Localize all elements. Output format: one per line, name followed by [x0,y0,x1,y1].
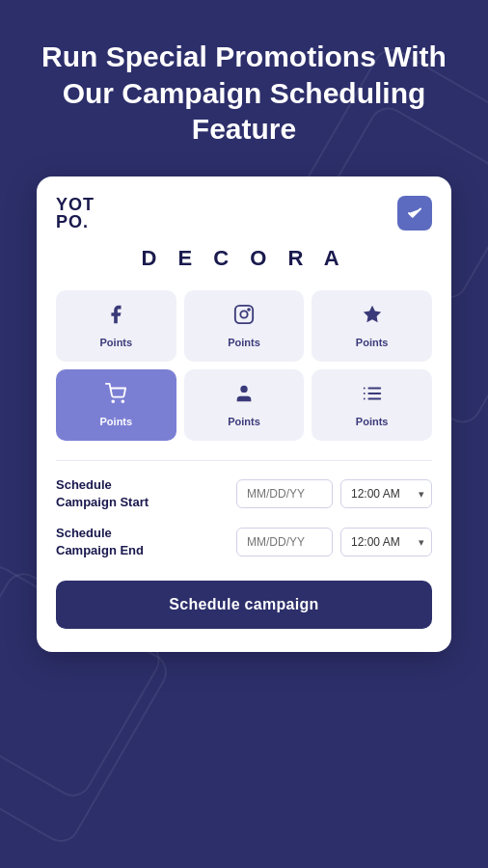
schedule-start-date[interactable] [236,479,333,508]
points-star[interactable]: Points [312,290,432,362]
schedule-start-time-wrapper: 12:00 AM 12:30 AM 1:00 AM 6:00 AM 12:00 … [340,479,432,508]
schedule-start-label: Schedule Campaign Start [56,476,172,511]
points-list[interactable]: Points [312,369,432,441]
svg-point-1 [240,311,247,317]
svg-point-6 [240,385,247,392]
points-list-label: Points [356,416,389,427]
points-grid: Points Points Points Points Points [56,290,432,441]
card-divider [56,460,432,461]
points-person[interactable]: Points [184,369,305,441]
points-person-label: Points [228,416,260,427]
schedule-end-inputs: 12:00 AM 12:30 AM 1:00 AM 6:00 AM 12:00 … [236,528,432,556]
points-instagram[interactable]: Points [184,290,305,362]
svg-point-4 [113,400,115,402]
cart-icon [105,383,126,410]
yotpo-logo-text: YOTPO. [56,196,95,231]
checkmark-icon [406,204,423,222]
schedule-end-row: Schedule Campaign End 12:00 AM 12:30 AM … [56,525,432,559]
facebook-icon [105,304,126,331]
star-icon [362,304,383,331]
list-icon [362,383,383,410]
person-icon [233,383,255,410]
instagram-icon [233,304,255,331]
svg-point-5 [122,400,124,402]
schedule-start-row: Schedule Campaign Start 12:00 AM 12:30 A… [56,476,432,511]
points-facebook[interactable]: Points [56,290,176,362]
schedule-end-time[interactable]: 12:00 AM 12:30 AM 1:00 AM 6:00 AM 12:00 … [340,528,432,556]
svg-marker-3 [363,305,380,321]
points-instagram-label: Points [228,337,260,348]
points-facebook-label: Points [100,337,133,348]
yotpo-badge [397,196,432,231]
schedule-end-label: Schedule Campaign End [56,525,172,559]
schedule-start-inputs: 12:00 AM 12:30 AM 1:00 AM 6:00 AM 12:00 … [236,479,432,508]
brand-name: D E C O R A [56,246,432,271]
schedule-campaign-button[interactable]: Schedule campaign [56,581,432,629]
svg-rect-0 [235,305,253,322]
schedule-start-time[interactable]: 12:00 AM 12:30 AM 1:00 AM 6:00 AM 12:00 … [340,479,432,508]
hero-title: Run Special Promotions With Our Campaign… [0,0,488,176]
points-star-label: Points [356,337,389,348]
schedule-end-time-wrapper: 12:00 AM 12:30 AM 1:00 AM 6:00 AM 12:00 … [340,528,432,556]
points-cart[interactable]: Points [56,369,176,441]
card-header: YOTPO. [56,196,432,231]
svg-point-2 [248,309,250,311]
points-cart-label: Points [100,416,133,427]
main-card: YOTPO. D E C O R A Points Points [37,176,451,653]
yotpo-logo: YOTPO. [56,196,95,231]
schedule-end-date[interactable] [236,528,333,556]
